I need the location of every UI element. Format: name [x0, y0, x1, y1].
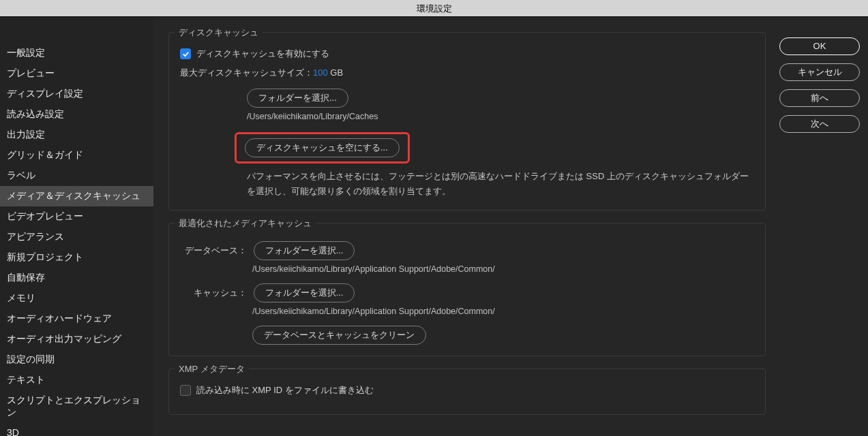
- xmp-write-label: 読み込み時に XMP ID をファイルに書き込む: [196, 384, 374, 396]
- xmp-write-row[interactable]: 読み込み時に XMP ID をファイルに書き込む: [180, 384, 754, 396]
- sidebar: 一般設定プレビューディスプレイ設定読み込み設定出力設定グリッド＆ガイドラベルメデ…: [0, 17, 153, 436]
- db-folder-path: /Users/keiichikamo/Library/Application S…: [252, 264, 754, 274]
- sidebar-item[interactable]: グリッド＆ガイド: [0, 145, 153, 166]
- enable-disk-cache-checkbox[interactable]: [180, 48, 191, 59]
- sidebar-item[interactable]: 設定の同期: [0, 349, 153, 370]
- cache-folder-path: /Users/keiichikamo/Library/Application S…: [252, 307, 754, 316]
- xmp-section: XMP メタデータ 読み込み時に XMP ID をファイルに書き込む: [168, 369, 766, 415]
- sidebar-item[interactable]: ラベル: [0, 166, 153, 186]
- disk-cache-hint: パフォーマンスを向上させるには、フッテージとは別の高速なハードドライブまたは S…: [247, 169, 754, 199]
- sidebar-item[interactable]: 自動保存: [0, 268, 153, 288]
- sidebar-item[interactable]: 出力設定: [0, 125, 153, 145]
- xmp-write-checkbox[interactable]: [180, 385, 191, 396]
- sidebar-item[interactable]: 読み込み設定: [0, 104, 153, 125]
- sidebar-item[interactable]: オーディオハードウェア: [0, 309, 153, 329]
- disk-cache-section: ディスクキャッシュ ディスクキャッシュを有効にする 最大ディスクキャッシュサイズ…: [168, 32, 766, 211]
- sidebar-item[interactable]: プレビュー: [0, 63, 153, 84]
- sidebar-item[interactable]: オーディオ出力マッピング: [0, 329, 153, 349]
- cache-choose-folder-button[interactable]: フォルダーを選択...: [254, 283, 355, 302]
- sidebar-item[interactable]: ビデオプレビュー: [0, 206, 153, 227]
- media-cache-section: 最適化されたメディアキャッシュ データベース： フォルダーを選択... /Use…: [168, 223, 766, 356]
- cancel-button[interactable]: キャンセル: [779, 63, 860, 81]
- empty-cache-highlight: ディスクキャッシュを空にする...: [235, 132, 410, 164]
- sidebar-item[interactable]: アピアランス: [0, 227, 153, 247]
- ok-button[interactable]: OK: [779, 37, 860, 55]
- empty-disk-cache-button[interactable]: ディスクキャッシュを空にする...: [245, 138, 400, 157]
- prev-button[interactable]: 前へ: [779, 89, 860, 107]
- xmp-title: XMP メタデータ: [175, 363, 249, 375]
- dialog-buttons: OK キャンセル 前へ 次へ: [779, 17, 868, 436]
- clean-db-cache-button[interactable]: データベースとキャッシュをクリーン: [252, 326, 426, 345]
- enable-disk-cache-label: ディスクキャッシュを有効にする: [196, 48, 329, 60]
- db-choose-folder-button[interactable]: フォルダーを選択...: [254, 241, 355, 260]
- sidebar-item[interactable]: 3D: [0, 423, 153, 436]
- window-title: 環境設定: [0, 0, 868, 17]
- sidebar-item[interactable]: ディスプレイ設定: [0, 84, 153, 104]
- cache-label: キャッシュ：: [184, 287, 247, 299]
- max-cache-size-value[interactable]: 100: [313, 67, 328, 78]
- sidebar-item[interactable]: 新規プロジェクト: [0, 247, 153, 268]
- disk-cache-title: ディスクキャッシュ: [175, 27, 263, 39]
- sidebar-item[interactable]: テキスト: [0, 370, 153, 390]
- sidebar-item[interactable]: メディア＆ディスクキャッシュ: [0, 186, 153, 206]
- max-cache-size-row: 最大ディスクキャッシュサイズ：100 GB: [180, 67, 754, 79]
- sidebar-item[interactable]: スクリプトとエクスプレッション: [0, 390, 153, 423]
- sidebar-item[interactable]: メモリ: [0, 288, 153, 309]
- disk-choose-folder-button[interactable]: フォルダーを選択...: [247, 89, 348, 108]
- next-button[interactable]: 次へ: [779, 115, 860, 133]
- disk-folder-path: /Users/keiichikamo/Library/Caches: [247, 112, 754, 121]
- database-label: データベース：: [184, 245, 247, 257]
- main-panel: ディスクキャッシュ ディスクキャッシュを有効にする 最大ディスクキャッシュサイズ…: [153, 17, 779, 436]
- media-cache-title: 最適化されたメディアキャッシュ: [175, 217, 316, 230]
- enable-disk-cache-row[interactable]: ディスクキャッシュを有効にする: [180, 48, 754, 60]
- sidebar-item[interactable]: 一般設定: [0, 43, 153, 63]
